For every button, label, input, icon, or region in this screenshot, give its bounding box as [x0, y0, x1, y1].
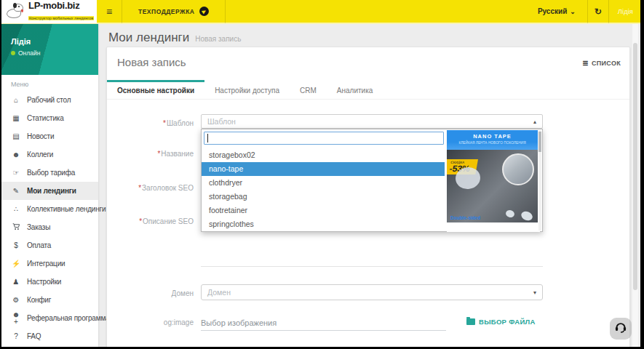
- scrollbar-thumb[interactable]: [633, 43, 637, 290]
- logo-title: LP-mobi.biz: [28, 1, 101, 10]
- breadcrumb: Новая запись: [195, 35, 241, 43]
- tape-piece-image: [520, 209, 533, 222]
- sidebar-item-settings[interactable]: ♟ Настройки: [1, 273, 98, 291]
- plug-icon: ⚡: [11, 260, 21, 268]
- og-image-label: og:image: [107, 318, 194, 326]
- tape-piece-image: [505, 209, 515, 219]
- dropdown-scrollbar[interactable]: [538, 130, 541, 230]
- pencil-icon: ✎: [11, 188, 21, 195]
- sidebar-item-collective-landings[interactable]: ∴ Коллективные лендинги: [1, 200, 98, 218]
- chevron-down-icon: ▾: [533, 289, 536, 296]
- card-title: Новая запись: [117, 56, 186, 68]
- chevron-up-icon: ▴: [533, 119, 536, 125]
- page-scrollbar[interactable]: [632, 24, 638, 347]
- sidebar-item-statistics[interactable]: ▦ Статистика: [1, 109, 98, 127]
- sidebar-user-name: Лідія: [11, 37, 98, 46]
- sidebar-item-my-landings[interactable]: ✎ Мои лендинги: [1, 182, 98, 200]
- headset-icon: [614, 321, 627, 337]
- option-footretainer[interactable]: footretainer: [202, 204, 445, 217]
- user-icon: ♟: [11, 278, 21, 286]
- choose-file-button[interactable]: ВЫБОР ФАЙЛА: [466, 318, 536, 326]
- preview-title: NANO TAPE: [447, 133, 538, 140]
- option-clothdryer[interactable]: clothdryer: [202, 176, 445, 190]
- tab-access-settings[interactable]: Настройки доступа: [204, 80, 290, 99]
- option-springclothes[interactable]: springclothes: [202, 217, 445, 231]
- refresh-icon[interactable]: ↻: [588, 7, 608, 17]
- template-dropdown: storagebox02 nano-tape clothdryer storag…: [201, 129, 543, 232]
- online-status-dot: [11, 51, 15, 55]
- domain-select[interactable]: Домен ▾: [201, 284, 543, 300]
- sidebar-item-news[interactable]: ▤ Новости: [1, 127, 98, 145]
- list-button[interactable]: ≣ СПИСОК: [582, 59, 621, 67]
- seo-description-label: *Описание SEO: [107, 217, 194, 225]
- preview-subtitle: КЛЕЙКАЯ ЛЕНТА НОВОГО ПОКОЛЕНИЯ: [456, 141, 529, 145]
- support-link[interactable]: ТЕХПОДДЕРЖКА ▶: [122, 0, 225, 23]
- list-icon: ≣: [582, 59, 589, 67]
- domain-label: Домен: [107, 289, 194, 297]
- logo-subtitle: Конструктор мобильных лендингов: [28, 16, 94, 20]
- chevron-down-icon: ⌄: [570, 8, 576, 15]
- menu-section-label: Меню: [1, 75, 98, 91]
- app-window: LP-mobi.biz Конструктор мобильных лендин…: [1, 0, 640, 347]
- preview-inset-photo: [502, 153, 534, 185]
- support-label: ТЕХПОДДЕРЖКА: [138, 8, 195, 15]
- template-options-list: storagebox02 nano-tape clothdryer storag…: [202, 148, 445, 231]
- og-image-input[interactable]: [201, 315, 446, 331]
- newspaper-icon: ▤: [11, 133, 21, 140]
- sidebar-item-faq[interactable]: ? FAQ: [1, 327, 98, 345]
- content-area: Мои лендинги Новая запись Новая запись ≣…: [98, 24, 640, 347]
- record-form: *Шаблон *Название *Заголовок SEO *Описан…: [107, 100, 629, 347]
- desktop-icon: ⌂: [11, 97, 21, 104]
- hand-pointer-icon: ☞: [11, 169, 21, 177]
- telegram-icon: ▶: [199, 7, 209, 16]
- page-title: Мои лендинги: [108, 31, 189, 45]
- domain-placeholder: Домен: [207, 288, 231, 297]
- option-storagebox02[interactable]: storagebox02: [202, 148, 445, 162]
- sidebar-toggle-icon[interactable]: ≡: [97, 6, 122, 17]
- support-chat-button[interactable]: [610, 318, 632, 340]
- logo[interactable]: LP-mobi.biz Конструктор мобильных лендин…: [1, 0, 97, 23]
- text-cursor: [207, 134, 208, 143]
- sidebar-user-panel: Лідія Онлайн: [1, 24, 98, 75]
- tabs-bar: Основные настройки Настройки доступа CRM…: [107, 80, 629, 100]
- seo-title-label: *Заголовок SEO: [107, 184, 194, 192]
- gear-icon: ⚙: [11, 297, 21, 304]
- sidebar-item-referral[interactable]: ☻+ Реферальная программа: [1, 309, 98, 327]
- tab-analytics[interactable]: Аналитика: [327, 80, 383, 99]
- template-label: *Шаблон: [107, 119, 194, 127]
- sidebar-item-config[interactable]: ⚙ Конфиг: [1, 291, 98, 309]
- sidebar-item-integrations[interactable]: ⚡ Интеграции: [1, 254, 98, 273]
- topbar-divider: [225, 0, 226, 23]
- language-label: Русский: [538, 7, 567, 15]
- cart-icon: [11, 222, 21, 232]
- sidebar-item-desktop[interactable]: ⌂ Рабочий стол: [1, 91, 98, 109]
- sidebar-item-colleagues[interactable]: ☻ Коллеги: [1, 145, 98, 164]
- template-select[interactable]: Шаблон ▴: [201, 114, 543, 129]
- seo-description-field-underline: [201, 266, 543, 267]
- chart-icon: ▦: [11, 115, 21, 122]
- sidebar-item-payment[interactable]: $ Оплата: [1, 236, 98, 254]
- people-icon: ☻: [11, 151, 21, 159]
- template-search-input[interactable]: [204, 132, 444, 145]
- name-label: *Название: [107, 150, 194, 158]
- sidebar: Лідія Онлайн Меню ⌂ Рабочий стол ▦ Стати…: [1, 24, 98, 347]
- tab-main-settings[interactable]: Основные настройки: [107, 80, 204, 99]
- tab-crm[interactable]: CRM: [290, 80, 327, 99]
- language-selector[interactable]: Русский ⌄: [526, 0, 587, 23]
- option-storagebag[interactable]: storagebag: [202, 190, 445, 204]
- preview-ad-image: NANO TAPE КЛЕЙКАЯ ЛЕНТА НОВОГО ПОКОЛЕНИЯ…: [447, 130, 538, 222]
- question-icon: ?: [11, 333, 21, 340]
- sidebar-item-tariff[interactable]: ☞ Выбор тарифа: [1, 164, 98, 182]
- new-record-card: Новая запись ≣ СПИСОК Основные настройки…: [106, 47, 630, 347]
- option-nano-tape[interactable]: nano-tape: [202, 162, 445, 176]
- sidebar-item-orders[interactable]: Заказы: [1, 218, 98, 236]
- template-preview: NANO TAPE КЛЕЙКАЯ ЛЕНТА НОВОГО ПОКОЛЕНИЯ…: [447, 130, 540, 232]
- user-plus-icon: ☻+: [11, 311, 21, 326]
- template-placeholder: Шаблон: [207, 117, 236, 126]
- folder-icon: [466, 318, 475, 325]
- dog-logo-icon: [6, 3, 25, 20]
- topbar-username[interactable]: Лідія: [609, 7, 640, 15]
- topbar: LP-mobi.biz Конструктор мобильных лендин…: [1, 0, 640, 24]
- share-icon: ∴: [11, 206, 21, 213]
- sidebar-user-status: Онлайн: [18, 49, 40, 57]
